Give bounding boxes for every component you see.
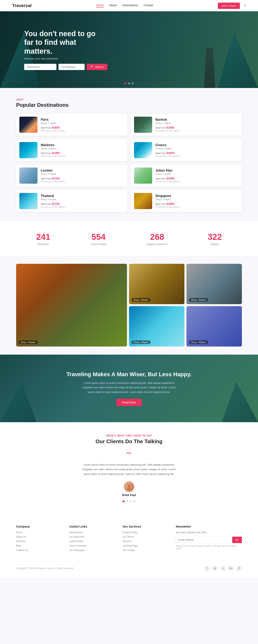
quote-body: Lorem ipsum dolor sit amet consectetur a… [79, 381, 179, 394]
hero-dots [124, 82, 134, 84]
date-input[interactable] [58, 64, 85, 70]
gallery-item[interactable]: 3Days, 4Nights [187, 306, 242, 346]
footer-copyright: Copyright © 2020 Company name. All right… [16, 567, 74, 570]
footer-useful-col: Useful Links DestinationsOur BranchesLat… [69, 525, 116, 553]
hero-dot-3[interactable] [132, 82, 134, 84]
destination-price: $1650 [52, 126, 60, 129]
destination-price: $1950 [167, 202, 174, 206]
gallery-item[interactable]: 3Days, 4Nights [129, 306, 184, 346]
quote-title: Traveling Makes A Man Wiser, But Less Ha… [66, 371, 192, 378]
newsletter-text: Get latest updates and offers. [176, 531, 242, 534]
footer-link[interactable]: Landing Page [123, 544, 170, 547]
stat-label: Branches [36, 242, 50, 246]
nav-link-destinations[interactable]: Destinations [122, 4, 138, 8]
nav-link-contact[interactable]: Contact [144, 4, 153, 8]
newsletter-form: Go [176, 537, 242, 543]
hero-dot-1[interactable] [124, 82, 126, 84]
footer-link[interactable]: Latest Media [69, 540, 116, 543]
destination-price: $1650 [167, 151, 174, 154]
destination-card[interactable]: Greece 3 Days, 4 Nights Start From $1650… [131, 139, 242, 161]
stat-item: 554 Travel Guides [90, 232, 106, 246]
quote-tent-right [222, 382, 258, 422]
destination-card[interactable]: Singapore 3Days, 4 Nights Start From $19… [131, 190, 242, 212]
hero-form: 🔍 Search [24, 64, 107, 70]
footer-link[interactable]: Our Terms [123, 536, 170, 538]
footer-company-links: HomeAbout UsServicesBlogContact Us [16, 531, 63, 552]
destination-days: 3Days, 4 Nights [41, 173, 124, 175]
footer-company-col: Company HomeAbout UsServicesBlogContact … [16, 525, 63, 553]
social-icon-1[interactable]: in [212, 566, 218, 571]
footer-link[interactable]: Our Branches [69, 536, 116, 538]
hero-dot-2[interactable] [128, 82, 130, 84]
destination-image [134, 142, 152, 158]
destination-input[interactable] [24, 64, 56, 70]
footer-link[interactable]: Privacy Policy [123, 531, 170, 534]
destination-info: Thailand 3Days, 4 Nights Start From $175… [41, 194, 124, 208]
gallery-tag: 3Days, 4Nights [131, 340, 151, 344]
testimonial-dot-2[interactable] [126, 500, 128, 502]
section-popular-title: Popular Destinations [16, 102, 242, 108]
footer-link[interactable]: Destinations [69, 531, 116, 534]
nav-link-about[interactable]: About [109, 4, 117, 8]
footer-link[interactable]: Blog [16, 544, 63, 547]
gallery-item[interactable]: 3Days, 4Nights [129, 264, 184, 304]
destination-start-from: Start From $1750 [41, 177, 124, 180]
testimonials-section: HERE'S WHAT THEY HAVE TO SAY Our Clients… [0, 422, 258, 514]
destination-start-from: Start From $1650 [155, 151, 239, 154]
quote-tent-left [0, 382, 36, 422]
footer-bottom: Copyright © 2020 Company name. All right… [16, 561, 242, 571]
quote-section: Traveling Makes A Man Wiser, But Less Ha… [0, 354, 258, 422]
social-icon-2[interactable]: t [220, 566, 226, 571]
stat-number: 268 [147, 232, 168, 242]
footer-link[interactable]: Services [16, 540, 63, 543]
destination-card[interactable]: Julian Alps 3Days, 4 Nights Start From $… [131, 165, 242, 186]
destination-name: Greece [155, 143, 239, 147]
stat-label: Awards [208, 242, 222, 246]
destination-price: $1850 [167, 126, 174, 129]
testimonial-dot-3[interactable] [130, 500, 132, 502]
svg-point-0 [128, 484, 130, 487]
footer-link[interactable]: Contact Us [16, 549, 63, 552]
social-icon-3[interactable]: G+ [228, 566, 234, 571]
get-in-touch-button[interactable]: Get In Touch [218, 2, 240, 9]
footer-link[interactable]: Home [16, 531, 63, 534]
destination-card[interactable]: Thailand 3Days, 4 Nights Start From $175… [16, 190, 127, 212]
destination-start-from: Start From $1950 [155, 202, 239, 206]
footer-link[interactable]: About Us [16, 536, 63, 538]
testimonial-label: HERE'S WHAT THEY HAVE TO SAY [16, 434, 242, 437]
social-icon-0[interactable]: f [204, 566, 210, 571]
newsletter-go-button[interactable]: Go [232, 537, 242, 543]
destination-sharing: Per person on twin sharing [155, 206, 239, 208]
testimonial-dot-4[interactable] [133, 500, 135, 502]
destination-price: $1390 [52, 151, 60, 154]
read-more-button[interactable]: Read More [116, 399, 142, 406]
search-button[interactable]: 🔍 Search [87, 64, 107, 70]
newsletter-email-input[interactable] [176, 537, 231, 543]
destination-card[interactable]: Maldives 3Days, 4 Nights Start From $139… [16, 139, 127, 161]
destination-card[interactable]: London 3Days, 4 Nights Start From $1750 … [16, 165, 127, 186]
nav-link-home[interactable]: Home [96, 4, 104, 8]
stat-number: 554 [90, 232, 106, 242]
footer-link[interactable]: Services [123, 540, 170, 543]
gallery-tag: 3Days, 4Nights [18, 340, 38, 344]
destination-card[interactable]: Bankok 3Days, 4 Nights Start From $1850 … [131, 114, 242, 136]
destination-info: Julian Alps 3Days, 4 Nights Start From $… [155, 169, 239, 183]
destination-price: $1750 [52, 202, 60, 206]
testimonial-dot-1[interactable] [123, 500, 125, 502]
destination-image [19, 142, 37, 158]
gallery-item[interactable]: 3Days, 4Nights [187, 264, 242, 304]
hero-title: You don't need to go far to find what ma… [24, 29, 101, 56]
footer-link[interactable]: About Company [69, 544, 116, 547]
footer-socials: fintG+© [204, 566, 242, 571]
gallery-item[interactable]: 3Days, 4Nights [16, 264, 127, 346]
destination-card[interactable]: Paris 3Days, 4 Nights Start From $1650 P… [16, 114, 127, 136]
footer-link[interactable]: Our Guides [123, 549, 170, 552]
stat-number: 241 [36, 232, 50, 242]
moon-icon[interactable]: ☽ [243, 4, 246, 8]
social-icon-4[interactable]: © [236, 566, 242, 571]
destination-days: 3Days, 4 Nights [41, 147, 124, 150]
footer: Company HomeAbout UsServicesBlogContact … [0, 514, 258, 577]
destination-image [134, 117, 152, 133]
destination-days: 3Days, 4 Nights [155, 122, 239, 124]
footer-link[interactable]: Our Packages [69, 549, 116, 552]
